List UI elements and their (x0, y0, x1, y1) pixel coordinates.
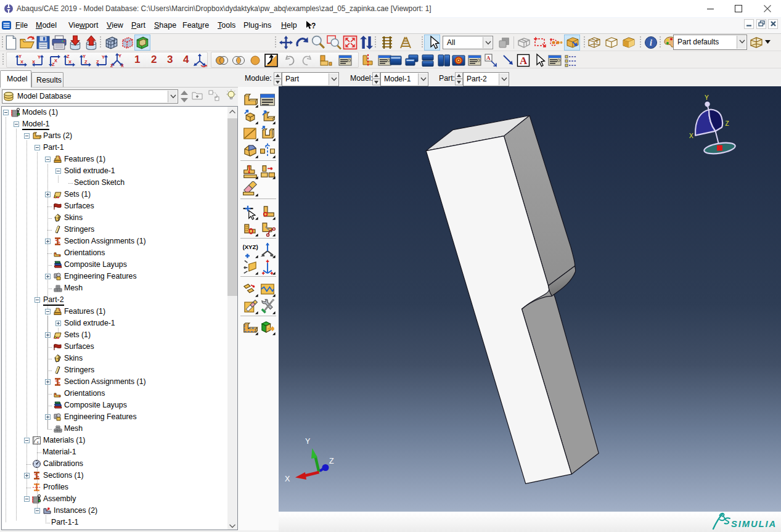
svg-text:X: X (32, 59, 35, 65)
svg-text:Z: Z (110, 63, 113, 68)
svg-text:Y: Y (18, 54, 22, 59)
svg-text:X: X (68, 59, 72, 65)
svg-text:Y: Y (305, 437, 311, 446)
svg-text:(XYZ): (XYZ) (243, 243, 258, 250)
svg-text:A: A (520, 55, 528, 67)
svg-text:i: i (650, 38, 652, 47)
svg-text:Z: Z (96, 59, 99, 65)
svg-text:Y: Y (118, 53, 121, 59)
svg-text:X: X (54, 58, 57, 63)
svg-text:X: X (20, 59, 23, 65)
svg-text:?: ? (311, 22, 316, 30)
svg-text:ε: ε (37, 440, 39, 444)
svg-text:Z: Z (84, 59, 88, 65)
svg-text:X: X (285, 475, 290, 483)
svg-text:Z: Z (726, 120, 729, 127)
svg-text:Y: Y (102, 54, 105, 60)
svg-text:Y: Y (83, 54, 86, 59)
svg-text:X: X (689, 133, 693, 139)
svg-text:X: X (121, 63, 124, 68)
svg-text:A: A (486, 55, 491, 61)
svg-text:Z: Z (329, 457, 334, 465)
svg-text:Y: Y (38, 54, 41, 60)
svg-text:Y: Y (705, 94, 709, 101)
svg-text:Z: Z (67, 54, 70, 59)
